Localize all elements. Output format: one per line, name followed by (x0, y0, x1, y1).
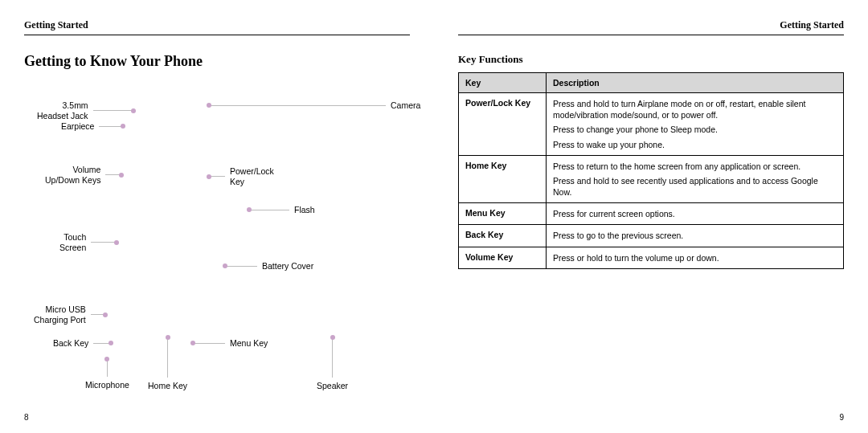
callout-volume-keys: Volume Up/Down Keys (40, 165, 121, 185)
table-row: Home KeyPress to return to the home scre… (459, 155, 844, 203)
desc-line: Press to return to the home screen from … (553, 161, 837, 172)
desc-cell: Press and hold to turn Airplane mode on … (547, 93, 844, 156)
key-cell: Back Key (459, 225, 547, 247)
callout-earpiece: Earpiece (56, 121, 123, 132)
desc-line: Press to go to the previous screen. (553, 230, 837, 241)
phone-diagram: 3.5mm Headset Jack Earpiece Volume Up/Do… (24, 70, 410, 399)
left-section-header: Getting Started (24, 19, 410, 35)
desc-cell: Press to return to the home screen from … (547, 155, 844, 203)
desc-line: Press and hold to see recently used appl… (553, 175, 837, 198)
callout-battery-cover: Battery Cover (225, 261, 318, 272)
left-page: Getting Started Getting to Know Your Pho… (0, 0, 434, 433)
left-title: Getting to Know Your Phone (24, 53, 410, 70)
key-cell: Home Key (459, 155, 547, 203)
table-row: Volume KeyPress or hold to turn the volu… (459, 247, 844, 268)
right-page: Getting Started Key Functions Key Descri… (434, 0, 868, 433)
right-section-header: Getting Started (458, 19, 844, 35)
th-desc: Description (547, 73, 844, 93)
th-key: Key (459, 73, 547, 93)
table-row: Back KeyPress to go to the previous scre… (459, 225, 844, 247)
callout-headset-jack: 3.5mm Headset Jack (32, 100, 133, 121)
callout-home-key: Home Key (143, 337, 192, 391)
left-page-number: 8 (24, 413, 29, 422)
key-cell: Power/Lock Key (459, 93, 547, 156)
desc-cell: Press to go to the previous screen. (547, 225, 844, 247)
callout-camera: Camera (209, 100, 425, 111)
desc-cell: Press for current screen options. (547, 203, 844, 225)
callout-power-lock: Power/Lock Key (209, 166, 279, 186)
desc-cell: Press or hold to turn the volume up or d… (547, 247, 844, 268)
desc-line: Press to change your phone to Sleep mode… (553, 124, 837, 135)
table-row: Menu KeyPress for current screen options… (459, 203, 844, 225)
callout-touch-screen: Touch Screen (55, 232, 117, 252)
callout-flash: Flash (249, 205, 320, 215)
desc-line: Press to wake up your phone. (553, 139, 837, 150)
callout-back-key: Back Key (48, 338, 111, 349)
right-page-number: 9 (839, 413, 844, 422)
table-row: Power/Lock KeyPress and hold to turn Air… (459, 93, 844, 156)
desc-line: Press for current screen options. (553, 208, 837, 219)
right-title: Key Functions (458, 53, 844, 66)
callout-micro-usb: Micro USB Charging Port (29, 304, 105, 325)
callout-menu-key: Menu Key (193, 338, 272, 349)
callout-microphone: Microphone (80, 359, 134, 390)
callout-speaker: Speaker (312, 337, 353, 391)
desc-line: Press and hold to turn Airplane mode on … (553, 98, 837, 121)
key-functions-table: Key Description Power/Lock KeyPress and … (458, 72, 844, 269)
key-cell: Menu Key (459, 203, 547, 225)
key-cell: Volume Key (459, 247, 547, 268)
desc-line: Press or hold to turn the volume up or d… (553, 252, 837, 263)
